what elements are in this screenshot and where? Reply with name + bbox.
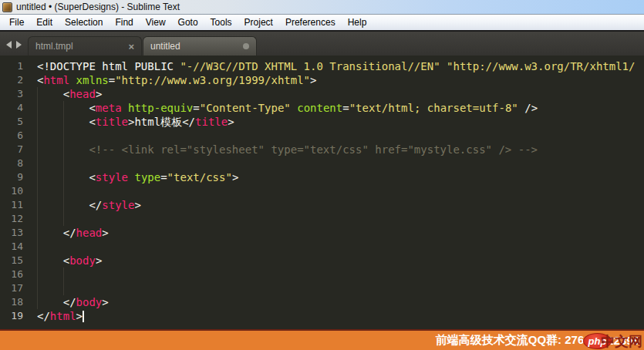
line-number: 14 (0, 240, 23, 254)
code-token (122, 102, 128, 114)
line-number: 17 (0, 281, 23, 295)
code-text (23, 281, 37, 295)
footer-qq-text: 前端高级技术交流QQ群: 276 (436, 333, 585, 348)
code-line-13[interactable]: 13 </head> (0, 226, 644, 240)
line-number: 5 (0, 115, 23, 129)
menu-item-goto[interactable]: Goto (172, 15, 204, 29)
code-token: "text/css" (167, 171, 232, 183)
menu-item-find[interactable]: Find (109, 15, 139, 29)
code-token: "Content-Type" (200, 102, 291, 114)
code-line-17[interactable]: 17 (0, 281, 644, 295)
code-token: content (297, 102, 342, 114)
code-token: /> (518, 102, 538, 114)
code-line-18[interactable]: 18 </body> (0, 295, 644, 309)
code-token (440, 60, 447, 72)
code-token: </ (37, 227, 76, 239)
code-line-12[interactable]: 12 (0, 212, 644, 226)
code-token: body (69, 254, 96, 267)
code-token: = (193, 102, 199, 114)
menu-item-selection[interactable]: Selection (59, 15, 109, 29)
tab-html-tmpl[interactable]: html.tmpl× (28, 36, 142, 56)
menu-item-help[interactable]: Help (342, 15, 373, 29)
menu-item-view[interactable]: View (140, 15, 172, 29)
code-line-19[interactable]: 19</html> (0, 309, 644, 323)
code-line-7[interactable]: 7 <!-- <link rel="stylesheet" type="text… (0, 143, 644, 156)
code-line-3[interactable]: 3 <head> (0, 87, 644, 101)
tab-scroll-arrows (6, 41, 22, 49)
code-line-14[interactable]: 14 (0, 240, 644, 254)
code-editor[interactable]: 1<!DOCTYPE html PUBLIC "-//W3C//DTD XHTM… (0, 56, 644, 329)
indent-guide (63, 268, 64, 295)
code-token: "text/html; charset=utf-8" (349, 102, 518, 114)
code-text: </html> (23, 309, 84, 323)
code-line-9[interactable]: 9 <style type="text/css"> (0, 170, 644, 184)
line-number: 9 (0, 170, 23, 184)
code-line-10[interactable]: 10 (0, 184, 644, 198)
code-text: </style> (23, 198, 141, 212)
tab-modified-dot-icon[interactable] (243, 43, 249, 49)
line-number: 12 (0, 212, 23, 226)
menu-item-project[interactable]: Project (238, 15, 279, 29)
code-token: "http://www.w3.org/TR/xhtml1/ (447, 60, 635, 72)
tab-scroll-right-icon[interactable] (16, 41, 22, 49)
code-line-5[interactable]: 5 <title>html模板</title> (0, 115, 644, 129)
tab-scroll-left-icon[interactable] (6, 41, 12, 49)
code-line-4[interactable]: 4 <meta http-equiv="Content-Type" conten… (0, 101, 644, 115)
code-token: head (69, 88, 96, 100)
code-token: < (37, 171, 96, 183)
code-text (23, 212, 37, 226)
code-text: <!-- <link rel="stylesheet" type="text/c… (23, 143, 538, 156)
code-token: head (76, 227, 103, 239)
code-token: > (102, 296, 108, 308)
code-token (69, 74, 76, 86)
code-token: "http://www.w3.org/1999/xhtml" (115, 74, 310, 86)
code-token: http-equiv (128, 102, 193, 114)
indent-guide (63, 101, 64, 226)
code-token: >html模板</ (128, 116, 195, 128)
line-number: 11 (0, 198, 23, 212)
code-text: </body> (23, 295, 109, 309)
indent-guide (37, 87, 38, 309)
code-line-2[interactable]: 2<html xmlns="http://www.w3.org/1999/xht… (0, 73, 644, 87)
code-text: <meta http-equiv="Content-Type" content=… (23, 101, 538, 115)
code-token: html (43, 74, 69, 86)
line-number: 18 (0, 295, 23, 309)
line-number: 4 (0, 101, 23, 115)
code-token: title (195, 116, 228, 128)
tab-label: html.tmpl (35, 41, 73, 52)
menu-item-tools[interactable]: Tools (204, 15, 238, 29)
menu-item-edit[interactable]: Edit (30, 15, 59, 29)
code-token: </ (37, 296, 76, 308)
menu-bar: FileEditSelectionFindViewGotoToolsProjec… (0, 15, 644, 30)
code-token: = (160, 171, 167, 183)
code-text: <head> (23, 87, 102, 101)
code-token: meta (96, 102, 122, 114)
text-caret (83, 311, 84, 322)
line-number: 1 (0, 59, 23, 73)
code-token: > (232, 171, 238, 183)
code-line-16[interactable]: 16 (0, 268, 644, 281)
code-token: = (109, 74, 115, 86)
code-token: html (50, 310, 76, 322)
code-line-6[interactable]: 6 (0, 129, 644, 143)
menu-item-preferences[interactable]: Preferences (279, 15, 342, 29)
code-token: "-//W3C//DTD XHTML 1.0 Transitional//EN" (180, 60, 440, 72)
code-token: > (76, 310, 83, 322)
code-token: > (96, 88, 102, 100)
line-number: 15 (0, 254, 23, 268)
line-number: 3 (0, 87, 23, 101)
tab-untitled[interactable]: untitled (143, 36, 257, 56)
tab-close-icon[interactable]: × (128, 42, 134, 52)
code-line-1[interactable]: 1<!DOCTYPE html PUBLIC "-//W3C//DTD XHTM… (0, 59, 644, 73)
menu-item-file[interactable]: File (3, 15, 30, 29)
code-text (23, 240, 37, 254)
code-token: type (134, 171, 160, 183)
code-line-8[interactable]: 8 (0, 156, 644, 170)
code-text: <!DOCTYPE html PUBLIC "-//W3C//DTD XHTML… (23, 59, 635, 73)
code-line-11[interactable]: 11 </style> (0, 198, 644, 212)
code-token: title (96, 116, 128, 128)
title-bar[interactable]: untitled • (SuperDesigns) - Sublime Text (0, 0, 644, 15)
code-line-15[interactable]: 15 <body> (0, 254, 644, 268)
code-token (291, 102, 297, 114)
code-text: <style type="text/css"> (23, 170, 238, 184)
